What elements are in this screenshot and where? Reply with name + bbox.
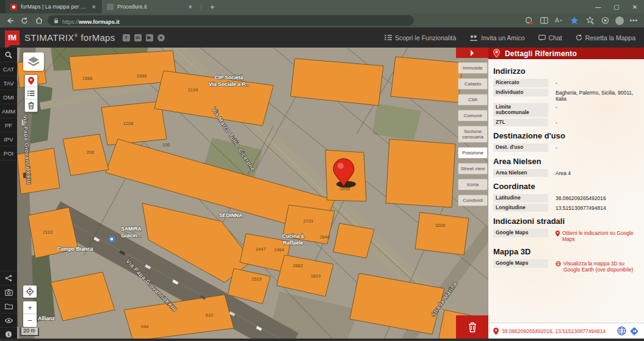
browser-extensions-icon[interactable] bbox=[600, 16, 610, 26]
locate-button[interactable] bbox=[23, 285, 37, 298]
collapse-panel-button[interactable] bbox=[456, 48, 488, 58]
map-svg: 1588158612082199105206211027312640244719… bbox=[17, 48, 488, 341]
poi-label: SAMIRAGiacin... bbox=[121, 226, 142, 239]
sidebar-item-poi[interactable]: POI bbox=[0, 146, 17, 160]
menu-invita-amico[interactable]: Invita un Amico bbox=[469, 34, 524, 41]
parcel-label: 3206 bbox=[435, 223, 446, 228]
window-bottom-edge bbox=[0, 339, 644, 341]
back-icon[interactable] bbox=[4, 15, 16, 26]
close-button[interactable]: ✕ bbox=[626, 0, 644, 13]
row-value: Bagheria, Palermo, Sicilia, 90011, Itali… bbox=[548, 88, 639, 102]
home-icon[interactable] bbox=[33, 15, 45, 26]
delete-tool[interactable] bbox=[25, 99, 37, 112]
reset-icon bbox=[576, 34, 582, 41]
url-field[interactable]: https://www.formaps.it bbox=[48, 15, 414, 26]
menu-chat[interactable]: Chat bbox=[538, 34, 562, 41]
folder-icon[interactable] bbox=[0, 299, 17, 313]
browser-tab-procedure[interactable]: Procedure.it × bbox=[102, 0, 198, 13]
collections-icon[interactable] bbox=[585, 16, 595, 26]
sidebar-item-omi[interactable]: OMI bbox=[0, 90, 17, 104]
share-icon[interactable] bbox=[0, 271, 17, 285]
svg-text:a: a bbox=[560, 18, 562, 22]
profile-avatar[interactable] bbox=[615, 16, 624, 25]
tab-cmi[interactable]: CMI bbox=[458, 94, 488, 106]
tab-close-icon[interactable]: × bbox=[187, 3, 194, 10]
brand-title: STIMATRIX® forMaps bbox=[24, 32, 115, 43]
zoom-in-button[interactable]: + bbox=[23, 301, 37, 314]
sidebar-item-ipv[interactable]: IPV bbox=[0, 132, 17, 146]
browser-tab-formaps[interactable]: forMaps | La mappa per navigar... × bbox=[5, 0, 102, 13]
detail-row: Latitudine38.086209265492016 bbox=[493, 194, 639, 203]
screenshot-icon[interactable] bbox=[0, 285, 17, 299]
section-heading: Destinazione d'uso bbox=[493, 131, 639, 140]
tab-comune[interactable]: Comune bbox=[458, 110, 488, 121]
zoom-out-button[interactable]: − bbox=[23, 314, 37, 327]
zoom-controls: + − bbox=[23, 301, 37, 327]
tab-condividi[interactable]: Condividi bbox=[458, 195, 488, 206]
sidebar-item-pf[interactable]: PF bbox=[0, 118, 17, 132]
browser-menu-icon[interactable]: ••• bbox=[629, 17, 638, 24]
sidebar-item-cat[interactable]: CAT bbox=[0, 62, 17, 76]
window-controls: — ▢ ✕ bbox=[589, 0, 644, 13]
trash-icon bbox=[28, 102, 34, 109]
tab-catasto[interactable]: Catasto bbox=[458, 78, 488, 90]
tab-posizione[interactable]: Posizione bbox=[458, 147, 488, 159]
section-heading: Area Nielsen bbox=[493, 157, 639, 166]
marker-tool[interactable] bbox=[25, 75, 37, 87]
tab-street-view[interactable]: Street view bbox=[458, 163, 488, 174]
layers-button[interactable] bbox=[23, 52, 44, 71]
refresh-icon[interactable] bbox=[18, 15, 31, 26]
maximize-button[interactable]: ▢ bbox=[607, 0, 626, 13]
browser-address-bar: https://www.formaps.it Aa ••• bbox=[0, 13, 644, 27]
linkedin-icon[interactable]: in bbox=[134, 34, 142, 41]
tab-sezione-censuaria[interactable]: Sezione censuaria bbox=[458, 126, 488, 143]
vertical-tabs-button[interactable] bbox=[0, 0, 5, 13]
split-screen-icon[interactable] bbox=[539, 16, 549, 26]
directions-icon[interactable] bbox=[629, 326, 639, 336]
tab-close-icon[interactable]: × bbox=[91, 3, 97, 10]
browser-tab-bar: forMaps | La mappa per navigar... × Proc… bbox=[0, 0, 644, 13]
read-aloud-icon[interactable]: Aa bbox=[554, 16, 564, 26]
minimize-button[interactable]: — bbox=[589, 0, 607, 13]
formaps-logo[interactable]: fM bbox=[5, 31, 20, 45]
detail-panel: Dettagli Riferimento IndirizzoRicercato-… bbox=[488, 48, 644, 341]
youtube-icon[interactable]: ▶ bbox=[146, 34, 153, 41]
detail-row: IndividuatoBagheria, Palermo, Sicilia, 9… bbox=[493, 88, 639, 102]
detail-row: Ricercato- bbox=[493, 79, 639, 87]
sidebar-item-amm[interactable]: AMM bbox=[0, 104, 17, 118]
locate-icon bbox=[26, 287, 34, 296]
poi-label: SEDINNA bbox=[219, 212, 242, 218]
row-link[interactable]: Ottieni le indicazioni su Google Maps bbox=[548, 229, 639, 242]
detail-tab-strip: ImmobileCatastoCMIComuneSezione censuari… bbox=[456, 48, 488, 341]
poi-label: Cucina àRaffaele bbox=[282, 233, 304, 246]
eye-icon[interactable] bbox=[0, 313, 17, 327]
detail-row: Longitudine13.515130877494814 bbox=[493, 204, 639, 212]
trash-icon bbox=[468, 322, 477, 332]
parcel-label: 2447 bbox=[256, 246, 266, 252]
map-toolbar bbox=[24, 74, 38, 112]
panel-body: IndirizzoRicercato-IndividuatoBagheria, … bbox=[488, 59, 644, 273]
sidebar-item-tav[interactable]: TAV bbox=[0, 76, 17, 90]
list-tool[interactable] bbox=[25, 87, 37, 99]
street-view-globe-icon[interactable] bbox=[617, 326, 626, 336]
menu-resetta-mappa[interactable]: Resetta la Mappa bbox=[576, 34, 635, 41]
marker-icon bbox=[493, 49, 500, 58]
extension-badge-icon[interactable] bbox=[524, 16, 534, 26]
tab-immobile[interactable]: Immobile bbox=[458, 62, 488, 74]
blog-globe-icon[interactable]: ● bbox=[157, 34, 165, 41]
people-icon bbox=[469, 35, 478, 41]
facebook-icon[interactable]: f bbox=[123, 34, 130, 41]
address-bar-actions: Aa ••• bbox=[524, 16, 640, 26]
tab-icona[interactable]: Icona bbox=[458, 179, 488, 190]
new-tab-button[interactable]: + bbox=[204, 0, 221, 13]
row-link[interactable]: Visualizza la mappa 3D su Google Earth (… bbox=[548, 259, 639, 273]
map-canvas[interactable]: 1588158612082199105206211027312640244719… bbox=[17, 48, 488, 341]
menu-scopri-funzionalita[interactable]: Scopri le Funzionalità bbox=[385, 34, 456, 41]
favorite-star-icon[interactable] bbox=[570, 16, 579, 26]
search-icon[interactable] bbox=[0, 48, 17, 62]
arrow-right-icon bbox=[471, 50, 477, 56]
poi-label: Campo Bianca bbox=[57, 246, 93, 252]
detail-row: Area NielsenArea 4 bbox=[493, 169, 639, 178]
poi-label: Allianz bbox=[38, 315, 54, 321]
delete-reference-button[interactable] bbox=[456, 315, 488, 339]
